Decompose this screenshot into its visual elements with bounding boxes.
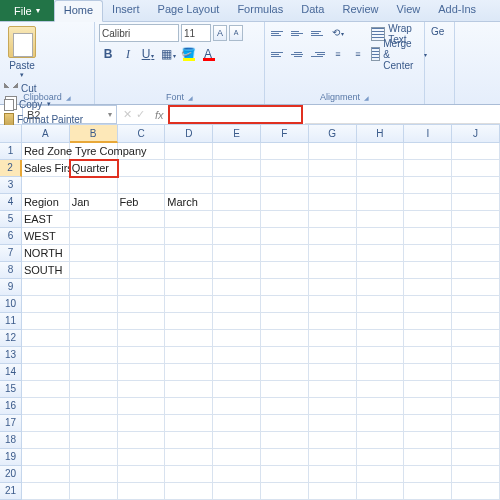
cell-E8[interactable] [213, 262, 261, 279]
column-header-E[interactable]: E [213, 125, 261, 143]
cell-H13[interactable] [357, 347, 405, 364]
cell-A12[interactable] [22, 330, 70, 347]
cell-F7[interactable] [261, 245, 309, 262]
cell-G8[interactable] [309, 262, 357, 279]
cell-J13[interactable] [452, 347, 500, 364]
cell-A18[interactable] [22, 432, 70, 449]
cell-H9[interactable] [357, 279, 405, 296]
cell-H16[interactable] [357, 398, 405, 415]
cell-F19[interactable] [261, 449, 309, 466]
row-header-17[interactable]: 17 [0, 415, 22, 432]
align-left-button[interactable] [269, 46, 287, 62]
cell-I17[interactable] [404, 415, 452, 432]
cell-G1[interactable] [309, 143, 357, 160]
cell-A9[interactable] [22, 279, 70, 296]
row-header-19[interactable]: 19 [0, 449, 22, 466]
cell-I19[interactable] [404, 449, 452, 466]
cell-B4[interactable]: Jan [70, 194, 118, 211]
cell-I1[interactable] [404, 143, 452, 160]
cell-I9[interactable] [404, 279, 452, 296]
cell-A21[interactable] [22, 483, 70, 500]
cell-H3[interactable] [357, 177, 405, 194]
cell-F9[interactable] [261, 279, 309, 296]
tab-addins[interactable]: Add-Ins [429, 0, 485, 21]
cell-C10[interactable] [118, 296, 166, 313]
cell-B16[interactable] [70, 398, 118, 415]
increase-indent-button[interactable]: ≡ [349, 45, 367, 63]
cell-E18[interactable] [213, 432, 261, 449]
file-tab[interactable]: File [0, 0, 54, 21]
orientation-button[interactable]: ⟲ [329, 24, 347, 42]
tab-insert[interactable]: Insert [103, 0, 149, 21]
cell-B9[interactable] [70, 279, 118, 296]
cell-F16[interactable] [261, 398, 309, 415]
cell-F13[interactable] [261, 347, 309, 364]
column-header-D[interactable]: D [165, 125, 213, 143]
tab-page-layout[interactable]: Page Layout [149, 0, 229, 21]
cell-C8[interactable] [118, 262, 166, 279]
cell-E13[interactable] [213, 347, 261, 364]
cell-B12[interactable] [70, 330, 118, 347]
cell-F11[interactable] [261, 313, 309, 330]
cell-B11[interactable] [70, 313, 118, 330]
spreadsheet-grid[interactable]: ABCDEFGHIJ 1Red Zone Tyre Company2Sales … [0, 125, 500, 500]
cell-J17[interactable] [452, 415, 500, 432]
cell-I6[interactable] [404, 228, 452, 245]
cell-J9[interactable] [452, 279, 500, 296]
cell-G2[interactable] [309, 160, 357, 177]
cell-J10[interactable] [452, 296, 500, 313]
cell-D6[interactable] [165, 228, 213, 245]
row-header-8[interactable]: 8 [0, 262, 22, 279]
cell-C18[interactable] [118, 432, 166, 449]
cell-H12[interactable] [357, 330, 405, 347]
cell-G21[interactable] [309, 483, 357, 500]
cell-J18[interactable] [452, 432, 500, 449]
cell-J7[interactable] [452, 245, 500, 262]
cell-B21[interactable] [70, 483, 118, 500]
merge-center-button[interactable]: Merge & Center [371, 44, 427, 64]
cell-E19[interactable] [213, 449, 261, 466]
fill-color-button[interactable]: 🪣 [179, 45, 197, 63]
cell-H7[interactable] [357, 245, 405, 262]
row-header-6[interactable]: 6 [0, 228, 22, 245]
cell-H8[interactable] [357, 262, 405, 279]
row-header-12[interactable]: 12 [0, 330, 22, 347]
row-header-20[interactable]: 20 [0, 466, 22, 483]
cell-F20[interactable] [261, 466, 309, 483]
align-center-button[interactable] [289, 46, 307, 62]
cell-C6[interactable] [118, 228, 166, 245]
cell-G16[interactable] [309, 398, 357, 415]
column-header-A[interactable]: A [22, 125, 70, 143]
cell-A2[interactable]: Sales First [22, 160, 70, 177]
cell-J19[interactable] [452, 449, 500, 466]
cell-I13[interactable] [404, 347, 452, 364]
cell-I3[interactable] [404, 177, 452, 194]
cell-J3[interactable] [452, 177, 500, 194]
cell-F12[interactable] [261, 330, 309, 347]
cell-F1[interactable] [261, 143, 309, 160]
cell-C13[interactable] [118, 347, 166, 364]
cell-D21[interactable] [165, 483, 213, 500]
cell-D9[interactable] [165, 279, 213, 296]
cell-I16[interactable] [404, 398, 452, 415]
cell-C16[interactable] [118, 398, 166, 415]
cell-H4[interactable] [357, 194, 405, 211]
tab-formulas[interactable]: Formulas [228, 0, 292, 21]
cell-G13[interactable] [309, 347, 357, 364]
cell-A7[interactable]: NORTH [22, 245, 70, 262]
cell-H15[interactable] [357, 381, 405, 398]
cell-F15[interactable] [261, 381, 309, 398]
tab-data[interactable]: Data [292, 0, 333, 21]
row-header-18[interactable]: 18 [0, 432, 22, 449]
cell-A1[interactable]: Red Zone Tyre Company [22, 143, 70, 160]
row-header-15[interactable]: 15 [0, 381, 22, 398]
cell-H19[interactable] [357, 449, 405, 466]
cell-F2[interactable] [261, 160, 309, 177]
cell-C15[interactable] [118, 381, 166, 398]
cell-D19[interactable] [165, 449, 213, 466]
cell-F6[interactable] [261, 228, 309, 245]
cell-B6[interactable] [70, 228, 118, 245]
italic-button[interactable]: I [119, 45, 137, 63]
cell-J11[interactable] [452, 313, 500, 330]
formula-bar[interactable] [168, 105, 303, 124]
